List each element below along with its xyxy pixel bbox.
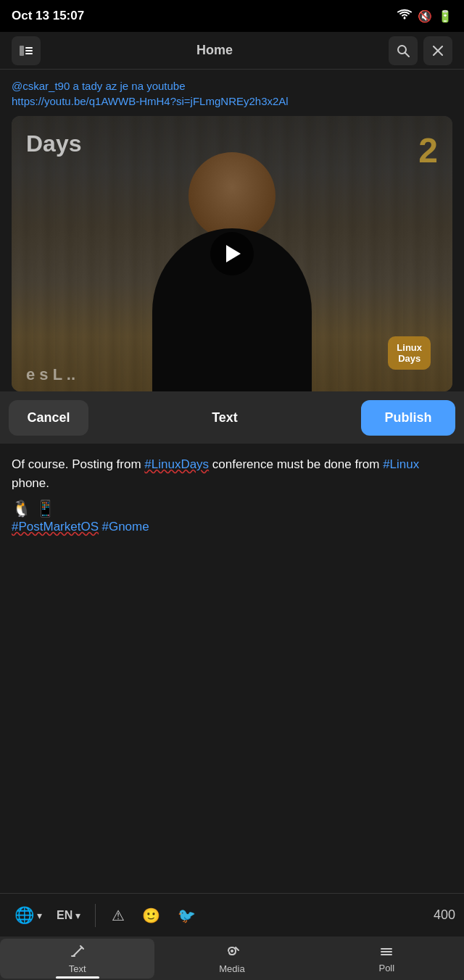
svg-line-9 [73, 947, 82, 956]
hashtag-row: #PostMarketOS #Gnome [12, 520, 452, 534]
globe-icon: 🌐 [14, 906, 34, 925]
svg-point-12 [231, 950, 233, 952]
warning-button[interactable]: ⚠ [104, 902, 132, 929]
char-count: 400 [434, 908, 455, 923]
warning-icon: ⚠ [112, 908, 125, 923]
svg-rect-1 [20, 46, 24, 56]
toolbar-left: 🌐 ▾ EN ▾ ⚠ 🙂 🐦 [9, 902, 203, 929]
post-text: Of course. Posting from #LinuxDays confe… [12, 455, 452, 492]
emoji-phone: 📱 [36, 499, 55, 518]
video-thumbnail[interactable]: Days 2 Linux Days e s L .. [12, 116, 452, 391]
hashtag-postmarketos-text[interactable]: #PostMarketOS [12, 520, 99, 533]
tab-poll[interactable]: Poll [310, 939, 464, 978]
post-text-middle: conference must be done from [209, 457, 383, 471]
svg-rect-4 [25, 53, 33, 54]
tab-media[interactable]: Media [154, 939, 309, 979]
nav-actions [389, 36, 452, 65]
svg-point-0 [404, 17, 406, 20]
sidebar-toggle-button[interactable] [12, 36, 41, 65]
hashtag-linuxdays[interactable]: #LinuxDays [144, 457, 209, 471]
visibility-button[interactable]: 🌐 ▾ [9, 902, 48, 929]
tab-media-label: Media [219, 963, 244, 974]
bottom-toolbar: 🌐 ▾ EN ▾ ⚠ 🙂 🐦 400 [0, 893, 464, 937]
tab-text-icon [70, 943, 86, 963]
svg-rect-3 [25, 50, 33, 51]
status-time: Oct 13 15:07 [12, 9, 84, 23]
url-link[interactable]: https://youtu.be/q1AWWB-HmH4?si=jFLmgNRE… [12, 95, 289, 107]
battery-icon: 🔋 [438, 9, 452, 23]
visibility-chevron: ▾ [37, 910, 42, 921]
play-triangle-icon [226, 245, 241, 262]
page-title: Home [196, 43, 233, 58]
cancel-button[interactable]: Cancel [9, 400, 88, 436]
attach-button[interactable]: 🐦 [170, 902, 203, 929]
tab-poll-label: Poll [378, 963, 394, 973]
nav-bar: Home [0, 32, 464, 70]
tab-text-label: Text [69, 963, 86, 974]
wifi-icon [397, 9, 412, 23]
video-bottom-label: e s L .. [26, 365, 75, 384]
post-text-before: Of course. Posting from [12, 457, 144, 471]
language-button[interactable]: EN ▾ [51, 905, 86, 926]
hashtag-gnome-text[interactable]: #Gnome [102, 520, 149, 533]
emoji-penguin: 🐧 [12, 499, 31, 518]
search-button[interactable] [389, 36, 418, 65]
action-bar: Cancel Text Publish [0, 391, 464, 444]
post-text-after: phone. [12, 476, 49, 490]
close-button[interactable] [423, 36, 452, 65]
emoji-button[interactable]: 🙂 [135, 902, 167, 929]
play-button[interactable] [210, 232, 254, 275]
post-content-area: Of course. Posting from #LinuxDays confe… [0, 444, 464, 676]
publish-button[interactable]: Publish [361, 400, 455, 436]
feed-area: @cskar_t90 a tady az je na youtube https… [0, 70, 464, 391]
video-text-overlay: Days [26, 130, 82, 157]
svg-line-6 [405, 52, 409, 57]
post-emojis: 🐧 📱 [12, 499, 452, 518]
mention-link[interactable]: @cskar_t90 [12, 80, 70, 92]
attach-icon: 🐦 [178, 908, 196, 923]
feed-link-text[interactable]: @cskar_t90 a tady az je na youtube https… [12, 78, 452, 109]
svg-rect-2 [25, 47, 33, 49]
toolbar-divider [95, 904, 96, 927]
status-bar: Oct 13 15:07 🔇 🔋 [0, 0, 464, 32]
language-chevron: ▾ [75, 910, 80, 921]
feed-text-1: a tady az je na youtube [72, 80, 185, 92]
hashtag-linux[interactable]: #Linux [383, 457, 419, 471]
tab-text[interactable]: Text [0, 939, 154, 979]
tab-bar: Text Media Poll [0, 937, 464, 980]
video-number-overlay: 2 [418, 130, 438, 170]
text-button[interactable]: Text [197, 400, 252, 436]
emoji-icon: 🙂 [142, 908, 160, 923]
tab-media-icon [224, 943, 240, 963]
status-icons: 🔇 🔋 [397, 9, 452, 23]
tab-poll-icon [378, 944, 394, 963]
language-label: EN [57, 909, 72, 922]
muted-icon: 🔇 [418, 9, 432, 23]
tab-text-indicator [56, 976, 99, 979]
